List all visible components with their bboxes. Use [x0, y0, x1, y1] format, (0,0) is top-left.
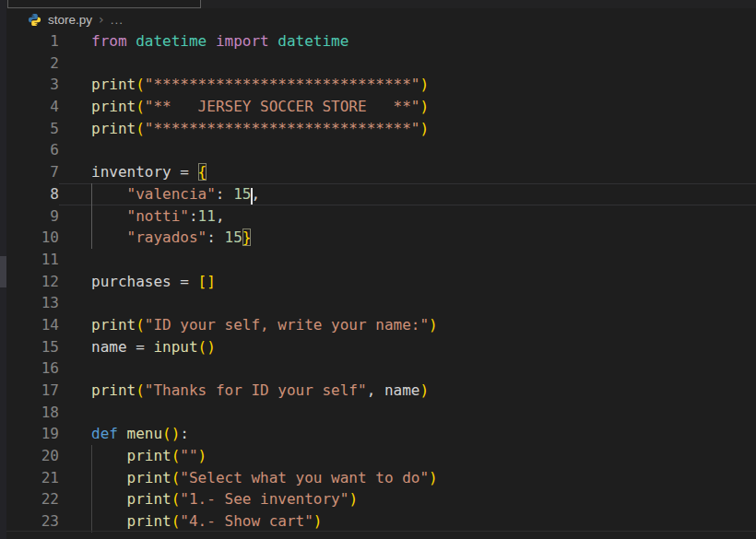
code-text: "rayados": 15} — [59, 227, 251, 249]
line-number: 7 — [6, 161, 59, 183]
code-line[interactable]: 6 — [6, 139, 756, 161]
code-text: from datetime import datetime — [59, 30, 348, 53]
line-number: 5 — [6, 118, 59, 140]
line-number: 21 — [6, 467, 59, 489]
code-line[interactable]: 23 print("4.- Show cart") — [6, 510, 756, 533]
code-text — [59, 53, 91, 75]
code-line[interactable]: 9 "notti":11, — [6, 205, 756, 228]
line-number: 19 — [6, 423, 59, 445]
code-line[interactable]: 16 — [6, 357, 756, 380]
code-line[interactable]: 20 print("") — [6, 445, 756, 467]
indent-guide — [91, 183, 92, 205]
code-text — [59, 402, 91, 424]
scrollbar-thumb[interactable] — [0, 256, 6, 287]
active-tab-remnant[interactable] — [7, 0, 201, 8]
code-text: name = input() — [59, 336, 216, 358]
code-text: def menu(): — [59, 423, 189, 445]
line-number: 13 — [6, 292, 59, 314]
code-line[interactable]: 15name = input() — [6, 336, 756, 358]
code-text — [59, 139, 91, 161]
line-number: 12 — [6, 271, 59, 293]
code-text: print("Select what you want to do") — [59, 467, 438, 489]
code-text: print("4.- Show cart") — [59, 510, 322, 533]
left-scrollbar[interactable] — [0, 0, 6, 539]
chevron-right-icon: › — [99, 12, 104, 27]
code-text: purchases = [] — [59, 271, 216, 293]
line-number: 4 — [6, 96, 59, 118]
line-number: 1 — [6, 30, 59, 53]
code-line[interactable]: 12purchases = [] — [6, 271, 756, 293]
line-number: 8 — [6, 183, 59, 205]
code-area[interactable]: 1from datetime import datetime23print("*… — [6, 30, 756, 533]
code-line[interactable]: 19def menu(): — [6, 423, 756, 445]
code-text: "notti":11, — [59, 205, 225, 228]
code-line[interactable]: 5print("*****************************") — [6, 118, 756, 140]
line-number: 20 — [6, 445, 59, 467]
code-line[interactable]: 3print("*****************************") — [6, 74, 756, 96]
breadcrumb: store.py › ... — [6, 8, 756, 30]
indent-guide — [91, 445, 92, 467]
python-icon — [28, 13, 41, 27]
code-text: print("** JERSEY SOCCER STORE **") — [59, 96, 429, 118]
text-cursor — [251, 188, 253, 205]
indent-guide — [91, 467, 92, 489]
line-number: 17 — [6, 380, 59, 402]
code-line[interactable]: 2 — [6, 53, 756, 75]
line-number: 23 — [6, 510, 59, 533]
line-number: 14 — [6, 314, 59, 336]
code-line[interactable]: 8 "valencia": 15, — [6, 183, 756, 205]
code-line[interactable]: 22 print("1.- See inventory") — [6, 488, 756, 510]
indent-guide — [91, 510, 92, 533]
line-number: 3 — [6, 74, 59, 96]
breadcrumb-file[interactable]: store.py — [48, 13, 92, 27]
code-text — [59, 292, 91, 314]
line-number: 22 — [6, 488, 59, 510]
code-line[interactable]: 17print("Thanks for ID your self", name) — [6, 380, 756, 402]
code-text — [59, 249, 91, 271]
line-number: 9 — [6, 205, 59, 228]
editor-pane: store.py › ... 1from datetime import dat… — [6, 0, 756, 539]
line-number: 6 — [6, 139, 59, 161]
breadcrumb-symbols[interactable]: ... — [111, 13, 124, 27]
line-number: 11 — [6, 249, 59, 271]
code-text: print("*****************************") — [59, 74, 429, 96]
code-line[interactable]: 7inventory = { — [6, 161, 756, 183]
line-number: 18 — [6, 402, 59, 424]
code-text: print("1.- See inventory") — [59, 488, 358, 510]
line-number: 10 — [6, 227, 59, 249]
code-line[interactable]: 14print("ID your self, write your name:"… — [6, 314, 756, 336]
code-line[interactable]: 10 "rayados": 15} — [6, 227, 756, 249]
indent-guide — [91, 488, 92, 510]
code-line[interactable]: 13 — [6, 292, 756, 314]
code-text: "valencia": 15, — [59, 183, 260, 205]
code-text: print("*****************************") — [59, 118, 429, 140]
code-text: print("") — [59, 445, 207, 467]
indent-guide — [91, 205, 92, 228]
code-line[interactable]: 11 — [6, 249, 756, 271]
bottom-divider — [6, 531, 756, 532]
line-number: 2 — [6, 53, 59, 75]
code-text — [59, 357, 91, 380]
line-number: 15 — [6, 336, 59, 358]
code-text: print("Thanks for ID your self", name) — [59, 380, 429, 402]
line-number: 16 — [6, 357, 59, 380]
code-line[interactable]: 1from datetime import datetime — [6, 30, 756, 53]
code-line[interactable]: 4print("** JERSEY SOCCER STORE **") — [6, 96, 756, 118]
code-line[interactable]: 21 print("Select what you want to do") — [6, 467, 756, 489]
code-line[interactable]: 18 — [6, 402, 756, 424]
indent-guide — [91, 227, 92, 249]
code-text: inventory = { — [59, 161, 207, 183]
tab-bar — [6, 0, 756, 8]
code-text: print("ID your self, write your name:") — [59, 314, 438, 336]
